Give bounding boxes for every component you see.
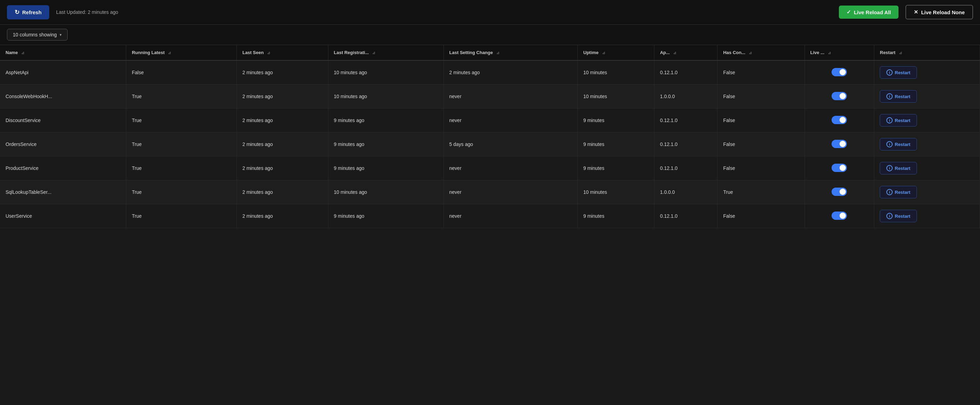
restart-button[interactable]: iRestart [880,186,917,199]
cell-last-seen: 2 minutes ago [237,204,328,228]
info-icon: i [886,69,892,76]
cell-uptime: 10 minutes [578,180,654,204]
cell-live-toggle [805,180,874,204]
cell-running-latest: True [126,84,237,108]
table-row: SqlLookupTableSer...True2 minutes ago10 … [0,180,980,204]
live-reload-all-label: Live Reload All [854,10,891,15]
cell-uptime: 10 minutes [578,84,654,108]
live-reload-toggle[interactable] [832,116,847,124]
refresh-button[interactable]: ↻ Refresh [7,5,49,19]
live-reload-toggle[interactable] [832,164,847,172]
cell-live-toggle [805,156,874,180]
cell-last-registration: 9 minutes ago [328,108,444,132]
table-row: ConsoleWebHookH...True2 minutes ago10 mi… [0,84,980,108]
cell-last-setting-change: never [444,180,578,204]
cell-name: AspNetApi [0,60,126,84]
filter-icon-ap[interactable]: ⊿ [673,51,676,55]
cell-name: DiscountService [0,108,126,132]
data-table-container: Name ⊿ Running Latest ⊿ Last Seen ⊿ Last… [0,45,980,228]
restart-label: Restart [895,118,910,123]
cell-last-setting-change: never [444,84,578,108]
cell-live-toggle [805,60,874,84]
filter-icon-name[interactable]: ⊿ [21,51,24,55]
cell-last-seen: 2 minutes ago [237,132,328,156]
restart-button[interactable]: iRestart [880,162,917,175]
restart-button[interactable]: iRestart [880,90,917,103]
cell-running-latest: True [126,156,237,180]
filter-icon-running-latest[interactable]: ⊿ [168,51,171,55]
table-row: DiscountServiceTrue2 minutes ago9 minute… [0,108,980,132]
cell-name: SqlLookupTableSer... [0,180,126,204]
col-header-running-latest: Running Latest ⊿ [126,45,237,60]
restart-button[interactable]: iRestart [880,210,917,222]
cell-running-latest: True [126,180,237,204]
live-reload-toggle[interactable] [832,211,847,220]
cell-uptime: 10 minutes [578,60,654,84]
restart-label: Restart [895,142,910,147]
filter-icon-has-con[interactable]: ⊿ [749,51,752,55]
filter-icon-last-seen[interactable]: ⊿ [267,51,270,55]
restart-button[interactable]: iRestart [880,66,917,79]
cell-live-toggle [805,132,874,156]
live-reload-all-button[interactable]: ✓ Live Reload All [839,6,899,19]
header: ↻ Refresh Last Updated: 2 minutes ago ✓ … [0,0,980,25]
cell-name: OrdersService [0,132,126,156]
col-header-restart: Restart ⊿ [874,45,980,60]
restart-label: Restart [895,190,910,195]
cell-last-registration: 9 minutes ago [328,156,444,180]
cell-last-seen: 2 minutes ago [237,60,328,84]
live-reload-none-label: Live Reload None [921,10,965,15]
restart-label: Restart [895,166,910,171]
col-header-name: Name ⊿ [0,45,126,60]
cell-running-latest: True [126,132,237,156]
table-header: Name ⊿ Running Latest ⊿ Last Seen ⊿ Last… [0,45,980,60]
live-reload-toggle[interactable] [832,140,847,148]
cell-last-registration: 10 minutes ago [328,180,444,204]
cell-uptime: 9 minutes [578,156,654,180]
toolbar: 10 columns showing ▾ [0,25,980,45]
x-icon: ✕ [914,9,918,15]
cell-last-seen: 2 minutes ago [237,84,328,108]
table-row: UserServiceTrue2 minutes ago9 minutes ag… [0,204,980,228]
table-row: AspNetApiFalse2 minutes ago10 minutes ag… [0,60,980,84]
cell-last-seen: 2 minutes ago [237,156,328,180]
cell-last-setting-change: 2 minutes ago [444,60,578,84]
filter-icon-restart[interactable]: ⊿ [899,51,902,55]
cell-ap: 0.12.1.0 [654,60,718,84]
live-reload-toggle[interactable] [832,68,847,76]
cell-live-toggle [805,108,874,132]
cell-restart: iRestart [874,156,980,180]
col-header-uptime: Uptime ⊿ [578,45,654,60]
restart-button[interactable]: iRestart [880,114,917,127]
cell-running-latest: False [126,60,237,84]
services-table: Name ⊿ Running Latest ⊿ Last Seen ⊿ Last… [0,45,980,228]
live-reload-toggle[interactable] [832,187,847,196]
info-icon: i [886,189,892,195]
filter-icon-live[interactable]: ⊿ [828,51,831,55]
cell-restart: iRestart [874,180,980,204]
filter-icon-last-setting-change[interactable]: ⊿ [496,51,500,55]
live-reload-toggle[interactable] [832,92,847,100]
cell-last-setting-change: 5 days ago [444,132,578,156]
live-reload-none-button[interactable]: ✕ Live Reload None [905,5,973,19]
cell-name: ProductService [0,156,126,180]
cell-last-registration: 10 minutes ago [328,84,444,108]
cell-has-con: False [718,84,805,108]
table-row: OrdersServiceTrue2 minutes ago9 minutes … [0,132,980,156]
filter-icon-uptime[interactable]: ⊿ [602,51,605,55]
cell-running-latest: True [126,108,237,132]
cell-last-setting-change: never [444,204,578,228]
cell-last-setting-change: never [444,108,578,132]
cell-has-con: False [718,60,805,84]
col-header-live: Live ... ⊿ [805,45,874,60]
cell-last-seen: 2 minutes ago [237,180,328,204]
columns-showing-button[interactable]: 10 columns showing ▾ [7,29,68,41]
restart-label: Restart [895,94,910,99]
filter-icon-last-registration[interactable]: ⊿ [372,51,375,55]
restart-button[interactable]: iRestart [880,138,917,151]
restart-label: Restart [895,214,910,219]
cell-has-con: False [718,108,805,132]
cell-restart: iRestart [874,60,980,84]
cell-ap: 1.0.0.0 [654,180,718,204]
check-icon: ✓ [846,9,851,15]
